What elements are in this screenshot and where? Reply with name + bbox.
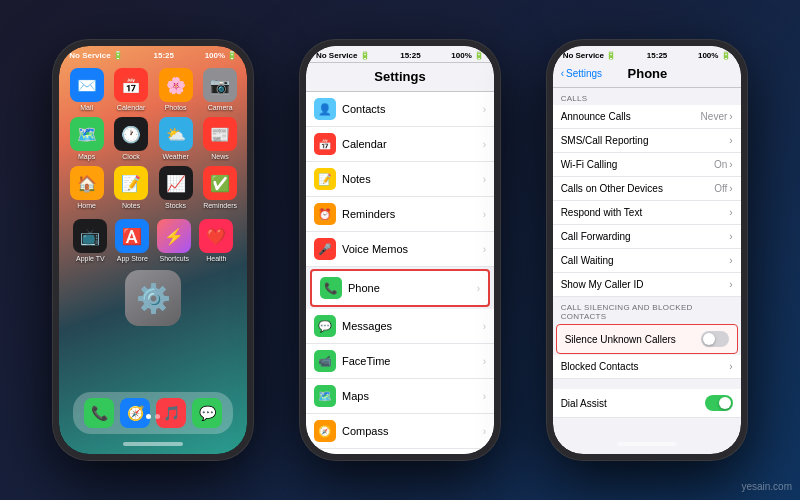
phone1-screen: No Service 🔋 15:25 100% 🔋 ✉️ Mail 📅 Cale… <box>59 46 247 454</box>
phone-settings-list: CALLS Announce Calls Never › SMS/Call Re… <box>553 88 741 454</box>
settings-calendar-item[interactable]: 📅 Calendar › <box>306 127 494 162</box>
dock-safari[interactable]: 🧭 <box>120 398 150 428</box>
blocked-contacts-row[interactable]: Blocked Contacts › <box>553 355 741 379</box>
settings-phone-item[interactable]: 📞 Phone › <box>310 269 490 307</box>
wifi-calling-row[interactable]: Wi-Fi Calling On › <box>553 153 741 177</box>
watermark: yesain.com <box>741 481 792 492</box>
toggle-thumb-dial <box>719 397 731 409</box>
home-icon: 🏠 <box>70 166 104 200</box>
status-right-p1: 100% 🔋 <box>205 51 238 60</box>
mail-label: Mail <box>80 104 93 111</box>
camera-label: Camera <box>208 104 233 111</box>
contacts-chevron: › <box>483 104 486 115</box>
caller-id-row[interactable]: Show My Caller ID › <box>553 273 741 297</box>
silence-unknown-row[interactable]: Silence Unknown Callers <box>556 324 738 354</box>
caller-id-label: Show My Caller ID <box>561 279 644 290</box>
app-home[interactable]: 🏠 Home <box>67 166 106 209</box>
maps-label: Maps <box>78 153 95 160</box>
app-mail[interactable]: ✉️ Mail <box>67 68 106 111</box>
calendar-label: Calendar <box>117 104 145 111</box>
settings-measure[interactable]: 📏 Measure › <box>306 449 494 454</box>
settings-header: Settings <box>306 63 494 92</box>
settings-notes-item[interactable]: 📝 Notes › <box>306 162 494 197</box>
reminders-label: Reminders <box>203 202 237 209</box>
camera-icon: 📷 <box>203 68 237 102</box>
app-news[interactable]: 📰 News <box>201 117 240 160</box>
settings-maps[interactable]: 🗺️ Maps › <box>306 379 494 414</box>
announce-calls-value: Never › <box>701 111 733 122</box>
toggle-thumb-silence <box>703 333 715 345</box>
settings-list: 👤 Contacts › 📅 Calendar › 📝 Notes › <box>306 92 494 454</box>
photos-icon: 🌸 <box>159 68 193 102</box>
clock-icon: 🕐 <box>114 117 148 151</box>
call-forwarding-chevron: › <box>729 231 732 242</box>
call-forwarding-row[interactable]: Call Forwarding › <box>553 225 741 249</box>
dial-assist-toggle[interactable] <box>705 395 733 411</box>
home-indicator-p3[interactable] <box>617 442 677 446</box>
app-store-icon-home[interactable]: 🅰️ App Store <box>115 219 149 262</box>
calendar-chevron: › <box>483 139 486 150</box>
app-camera[interactable]: 📷 Camera <box>201 68 240 111</box>
settings-app-icon-overlay[interactable]: ⚙️ <box>123 268 183 328</box>
calendar-icon: 📅 <box>114 68 148 102</box>
dock-safari-icon: 🧭 <box>120 398 150 428</box>
status-left-p1: No Service 🔋 <box>69 51 123 60</box>
dot-2 <box>155 414 160 419</box>
silence-unknown-toggle[interactable] <box>701 331 729 347</box>
calls-other-devices-value: Off › <box>714 183 733 194</box>
dock-music[interactable]: 🎵 <box>156 398 186 428</box>
back-button[interactable]: ‹ Settings <box>561 68 602 79</box>
settings-reminders-item[interactable]: ⏰ Reminders › <box>306 197 494 232</box>
app-stocks[interactable]: 📈 Stocks <box>156 166 195 209</box>
settings-large-icon: ⚙️ <box>125 270 181 326</box>
respond-text-chevron: › <box>729 207 732 218</box>
shortcuts-icon: ⚡ <box>157 219 191 253</box>
phone-settings-header: ‹ Settings Phone <box>553 62 741 88</box>
dial-assist-row[interactable]: Dial Assist <box>553 389 741 418</box>
home-indicator-p1[interactable] <box>123 442 183 446</box>
respond-text-row[interactable]: Respond with Text › <box>553 201 741 225</box>
page-dots <box>146 414 160 419</box>
silencing-section-header: CALL SILENCING AND BLOCKED CONTACTS <box>553 297 741 323</box>
weather-label: Weather <box>162 153 188 160</box>
call-waiting-row[interactable]: Call Waiting › <box>553 249 741 273</box>
dock-phone-icon: 📞 <box>84 398 114 428</box>
settings-contacts[interactable]: 👤 Contacts › <box>306 92 494 127</box>
phone-settings-icon: 📞 <box>320 277 342 299</box>
call-forwarding-label: Call Forwarding <box>561 231 631 242</box>
app-shortcuts[interactable]: ⚡ Shortcuts <box>157 219 191 262</box>
app-reminders[interactable]: ✅ Reminders <box>201 166 240 209</box>
app-health[interactable]: ❤️ Health <box>199 219 233 262</box>
home-indicator-p2[interactable] <box>370 442 430 446</box>
settings-messages[interactable]: 💬 Messages › <box>306 309 494 344</box>
app-maps[interactable]: 🗺️ Maps <box>67 117 106 160</box>
dock-messages[interactable]: 💬 <box>192 398 222 428</box>
status-bar-phone1: No Service 🔋 15:25 100% 🔋 <box>59 46 247 62</box>
app-calendar[interactable]: 📅 Calendar <box>112 68 151 111</box>
status-right-p3: 100% 🔋 <box>698 51 731 60</box>
announce-calls-row[interactable]: Announce Calls Never › <box>553 105 741 129</box>
blocked-contacts-chevron: › <box>729 361 732 372</box>
sms-reporting-row[interactable]: SMS/Call Reporting › <box>553 129 741 153</box>
calendar-settings-text: Calendar <box>342 138 483 150</box>
facetime-chevron: › <box>483 356 486 367</box>
app-weather[interactable]: ⛅ Weather <box>156 117 195 160</box>
messages-chevron: › <box>483 321 486 332</box>
back-label: Settings <box>566 68 602 79</box>
blocked-contacts-label: Blocked Contacts <box>561 361 639 372</box>
dock-phone[interactable]: 📞 <box>84 398 114 428</box>
voicememos-text: Voice Memos <box>342 243 483 255</box>
calls-other-devices-row[interactable]: Calls on Other Devices Off › <box>553 177 741 201</box>
sms-reporting-chevron: › <box>729 135 732 146</box>
app-notes[interactable]: 📝 Notes <box>112 166 151 209</box>
settings-facetime[interactable]: 📹 FaceTime › <box>306 344 494 379</box>
app-photos[interactable]: 🌸 Photos <box>156 68 195 111</box>
settings-voicememos[interactable]: 🎤 Voice Memos › <box>306 232 494 267</box>
health-icon: ❤️ <box>199 219 233 253</box>
app-appletv[interactable]: 📺 Apple TV <box>73 219 107 262</box>
maps-settings-icon: 🗺️ <box>314 385 336 407</box>
dock-messages-icon: 💬 <box>192 398 222 428</box>
phone-chevron: › <box>477 283 480 294</box>
app-clock[interactable]: 🕐 Clock <box>112 117 151 160</box>
reminders-settings-icon: ⏰ <box>314 203 336 225</box>
